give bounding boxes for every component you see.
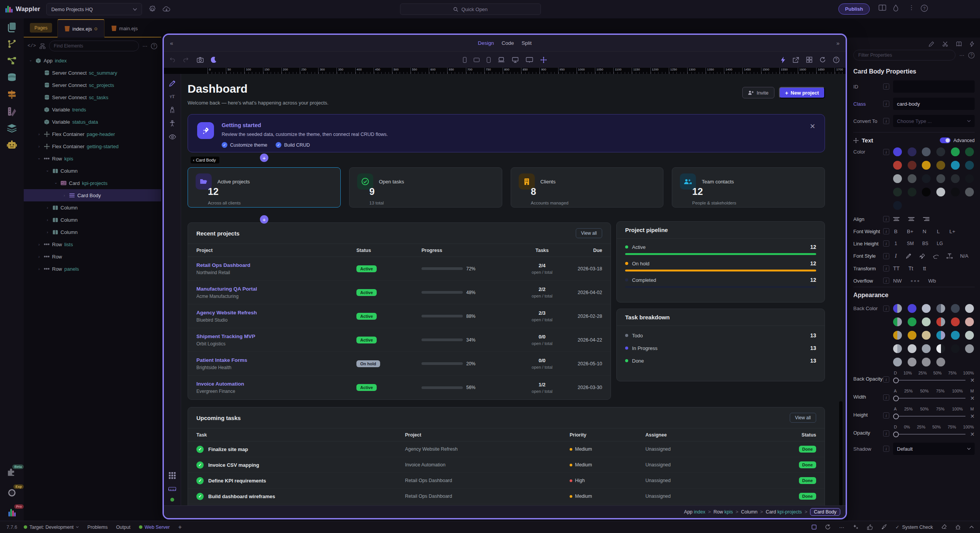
line-height-option[interactable]: 1: [893, 241, 898, 246]
props-actions-icon[interactable]: [970, 41, 974, 47]
font-weight-option[interactable]: L: [936, 229, 941, 234]
selection-badge[interactable]: ‹Card Body: [191, 157, 219, 163]
upcoming-task-row[interactable]: ✓Finalize site mapAgency Website Refresh…: [188, 441, 825, 457]
tree-item-column[interactable]: ›Column: [24, 201, 161, 214]
text-color-swatch[interactable]: [893, 174, 902, 183]
tree-help-icon[interactable]: ?: [151, 43, 157, 49]
color-info-icon[interactable]: i: [883, 149, 889, 155]
tree-expander-icon[interactable]: ⌄: [45, 168, 50, 172]
tree-item-page-header[interactable]: ›Flex Containerpage-header: [24, 128, 161, 140]
redo-icon[interactable]: [183, 57, 189, 62]
tree-expander-icon[interactable]: ⌄: [37, 156, 41, 160]
back-color-swatch[interactable]: [893, 358, 902, 366]
system-check[interactable]: ✓System Check: [895, 524, 933, 530]
slider-scale-tick[interactable]: D: [894, 425, 897, 429]
edit-pencil-icon[interactable]: [168, 79, 176, 87]
id-input[interactable]: [893, 80, 975, 93]
props-help-icon[interactable]: ?: [968, 52, 975, 59]
pages-panel-icon[interactable]: [6, 21, 18, 33]
ai-assistant-panel-icon[interactable]: [6, 139, 18, 151]
target-selector[interactable]: Target: Development: [24, 525, 79, 530]
more-icon[interactable]: ⋯: [839, 524, 844, 530]
font-weight-option[interactable]: B+: [907, 229, 913, 234]
workflows-panel-icon[interactable]: [6, 55, 18, 67]
recent-project-row[interactable]: Shipment Tracking MVPOrbit LogisticsActi…: [188, 328, 611, 352]
breadcrumb-current[interactable]: Card Body: [810, 508, 840, 516]
font-weight-option[interactable]: L+: [949, 229, 955, 234]
theme-brush-icon[interactable]: [881, 524, 887, 530]
wappler-pro-icon[interactable]: Pro: [6, 507, 18, 518]
back-color-swatch[interactable]: [908, 358, 916, 366]
slider-scale-tick[interactable]: 75%: [948, 371, 957, 375]
canvas-scrollbar[interactable]: [839, 401, 843, 505]
back-color-swatch[interactable]: [922, 304, 931, 313]
text-color-swatch[interactable]: [951, 188, 960, 196]
settings-gear-icon[interactable]: [149, 6, 156, 13]
text-color-swatch[interactable]: [951, 147, 960, 156]
slider-clear-icon[interactable]: ✕: [970, 377, 975, 383]
slider-scale-tick[interactable]: 25%: [904, 407, 913, 411]
overflow-option[interactable]: Wb: [928, 278, 936, 284]
text-color-swatch[interactable]: [893, 147, 902, 156]
overflow-option[interactable]: NW: [893, 278, 902, 284]
collapse-up-icon[interactable]: [969, 526, 974, 528]
hand-style-icon[interactable]: [933, 253, 939, 259]
publish-button[interactable]: Publish: [838, 3, 870, 15]
props-edit-icon[interactable]: [929, 41, 934, 47]
slider-scale-tick[interactable]: M: [970, 407, 974, 411]
tree-item-kpi-projects[interactable]: ⌄Cardkpi-projects: [24, 177, 161, 189]
slider-clear-icon[interactable]: ✕: [970, 413, 975, 419]
back-color-swatch[interactable]: [936, 304, 945, 313]
tree-expander-icon[interactable]: ›: [37, 132, 41, 136]
back-color-swatch[interactable]: [922, 317, 931, 326]
database-panel-icon[interactable]: [6, 72, 18, 83]
upcoming-view-all-button[interactable]: View all: [790, 413, 816, 423]
device-desktop-icon[interactable]: [512, 57, 518, 63]
text-color-swatch[interactable]: [922, 188, 931, 196]
kpi-card-active-projects[interactable]: Active projects12Across all clients: [188, 167, 341, 208]
tree-item-sc_projects[interactable]: Server Connectsc_projects: [24, 79, 161, 91]
slider-scale-tick[interactable]: 50%: [932, 425, 941, 429]
back-color-swatch[interactable]: [908, 331, 916, 340]
layers-panel-icon[interactable]: [6, 123, 18, 134]
back-color-swatch[interactable]: [893, 304, 902, 313]
convert-info-icon[interactable]: i: [883, 118, 889, 124]
tree-expander-icon[interactable]: ›: [45, 206, 50, 210]
slider-track[interactable]: [899, 416, 965, 417]
slider-scale-tick[interactable]: A: [894, 389, 897, 393]
add-panel-button[interactable]: +: [178, 524, 181, 531]
text-color-swatch[interactable]: [908, 188, 916, 196]
font-weight-option[interactable]: N: [922, 229, 927, 234]
tree-item-column[interactable]: ›Column: [24, 214, 161, 226]
text-color-swatch[interactable]: [965, 147, 974, 156]
back-color-swatch[interactable]: [908, 317, 916, 326]
slider-scale-tick[interactable]: 25%: [904, 389, 913, 393]
slider-knob[interactable]: [893, 432, 899, 437]
breadcrumb-item[interactable]: App index: [684, 509, 706, 515]
text-width-icon[interactable]: [946, 253, 953, 259]
back-color-swatch[interactable]: [893, 344, 902, 353]
project-link[interactable]: Retail Ops Dashboard: [196, 262, 356, 268]
git-panel-icon[interactable]: [6, 38, 18, 50]
back-color-swatch[interactable]: [922, 331, 931, 340]
project-link[interactable]: Patient Intake Forms: [196, 357, 356, 363]
slider-scale-tick[interactable]: 100%: [952, 407, 963, 411]
back-color-swatch[interactable]: [922, 344, 931, 353]
tree-expander-icon[interactable]: ›: [37, 255, 41, 259]
ruler-toggle-icon[interactable]: [168, 485, 176, 493]
advanced-toggle[interactable]: Advanced: [940, 137, 975, 143]
tree-item-column[interactable]: ⌄Column: [24, 165, 161, 177]
theme-drop-icon[interactable]: [893, 5, 898, 11]
align-info-icon[interactable]: i: [883, 216, 889, 222]
dark-mode-moon-icon[interactable]: [211, 57, 217, 63]
tree-item-getting-started[interactable]: ›Flex Containergetting-started: [24, 140, 161, 152]
text-color-swatch[interactable]: [908, 161, 916, 170]
tree-expander-icon[interactable]: ›: [62, 193, 67, 198]
text-color-swatch[interactable]: [936, 188, 945, 196]
collapse-right-icon[interactable]: »: [836, 40, 840, 46]
project-link[interactable]: Shipment Tracking MVP: [196, 334, 356, 339]
recent-project-row[interactable]: Invoice AutomationEvergreen FinanceActiv…: [188, 376, 611, 399]
open-in-browser-icon[interactable]: [792, 57, 799, 63]
undo-icon[interactable]: [170, 57, 176, 62]
slider-knob[interactable]: [893, 414, 899, 419]
